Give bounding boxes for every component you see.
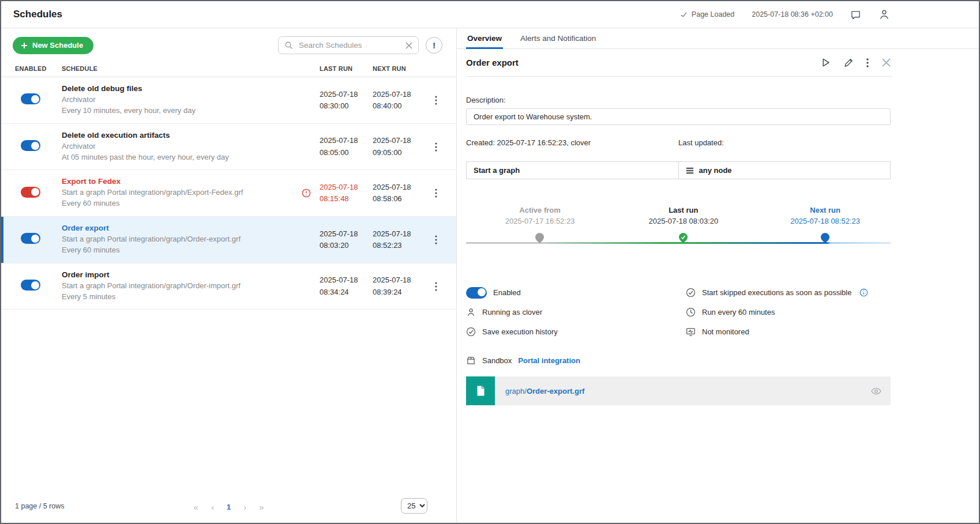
next-run-label-group: Next run 2025-07-18 08:52:23: [790, 206, 860, 225]
last-page-button[interactable]: »: [259, 502, 264, 511]
schedule-recurrence: Every 5 minutes: [62, 292, 320, 303]
clear-search-icon[interactable]: [405, 42, 412, 49]
check-circle-icon: [466, 327, 476, 337]
page-title: Schedules: [13, 9, 62, 20]
schedules-table-header: ENABLED SCHEDULE LAST RUN NEXT RUN: [1, 60, 456, 77]
error-filter-button[interactable]: !: [426, 37, 442, 54]
last-updated-label: Last updated:: [678, 138, 891, 147]
row-menu-icon[interactable]: [431, 280, 441, 293]
top-bar: Schedules Page Loaded 2025-07-18 08:36 +…: [1, 1, 979, 28]
created-info: Created: 2025-07-17 16:52:23, clover: [466, 138, 591, 147]
row-menu-icon[interactable]: [431, 233, 441, 247]
next-run-cell: 2025-07-18 09:05:00: [373, 135, 429, 158]
sandbox-row: Sandbox Portal integration: [466, 356, 892, 365]
previous-page-button[interactable]: ‹: [211, 502, 214, 511]
schedule-recurrence: Every 60 minutes: [62, 245, 320, 256]
page-size-select[interactable]: 25: [401, 498, 427, 514]
server-timestamp: 2025-07-18 08:36 +02:00: [752, 10, 833, 18]
schedule-name: Delete old execution artifacts: [62, 131, 320, 140]
pagination-bar: 1 page / 5 rows « ‹ 1 › » 25: [1, 491, 456, 523]
tab-alerts-notification[interactable]: Alerts and Notification: [519, 28, 597, 48]
new-schedule-label: New Schedule: [32, 41, 83, 50]
last-run-cell: 2025-07-18 08:34:24: [320, 274, 373, 297]
description-field: Order export to Warehouse system.: [466, 108, 891, 125]
schedule-name: Order import: [62, 270, 320, 279]
run-now-button[interactable]: [821, 58, 831, 67]
schedule-enabled-toggle[interactable]: [21, 187, 40, 198]
schedule-row[interactable]: Order export Start a graph Portal integr…: [1, 217, 456, 263]
enabled-flag: Enabled: [466, 286, 686, 299]
schedule-recurrence: At 05 minutes past the hour, every hour,…: [62, 152, 320, 163]
row-menu-icon[interactable]: [431, 93, 441, 107]
tab-overview[interactable]: Overview: [466, 28, 503, 48]
node-select-box[interactable]: any node: [678, 161, 891, 179]
user-icon: [466, 307, 476, 317]
sandbox-icon: [466, 356, 476, 365]
schedule-target: Start a graph Portal integration/graph/O…: [62, 234, 320, 245]
last-run-cell: 2025-07-18 08:05:00: [320, 135, 373, 158]
next-run-cell: 2025-07-18 08:58:06: [373, 182, 429, 205]
schedule-name: Delete old debug files: [62, 84, 320, 93]
running-as-flag: Running as clover: [466, 306, 686, 318]
schedule-target: Start a graph Portal integration/graph/O…: [62, 281, 320, 292]
active-from-marker-icon: [535, 233, 545, 243]
next-page-button[interactable]: ›: [243, 502, 246, 511]
schedule-enabled-toggle[interactable]: [21, 280, 40, 291]
enabled-toggle[interactable]: [466, 287, 487, 299]
row-menu-icon[interactable]: [431, 186, 441, 200]
app-window: Schedules Page Loaded 2025-07-18 08:36 +…: [0, 0, 980, 524]
schedule-row[interactable]: Delete old debug files Archivator Every …: [1, 77, 456, 124]
feedback-icon[interactable]: [850, 9, 861, 20]
schedule-type-value: Start a graph: [474, 166, 520, 175]
user-menu-icon[interactable]: [878, 9, 890, 20]
column-last-run: LAST RUN: [320, 65, 373, 72]
column-schedule: SCHEDULE: [62, 65, 320, 72]
page-loaded-status: Page Loaded: [680, 10, 734, 18]
skipped-executions-flag: Start skipped executions as soon as poss…: [686, 286, 891, 299]
graph-file-path: graph/Order-export.grf: [505, 387, 584, 395]
row-menu-icon[interactable]: [431, 140, 441, 154]
page-summary: 1 page / 5 rows: [15, 502, 64, 510]
last-run-cell: 2025-07-18 08:30:00: [320, 89, 373, 112]
sandbox-label: Sandbox: [482, 356, 512, 365]
monitor-icon: [686, 327, 696, 337]
sandbox-link[interactable]: Portal integration: [518, 356, 580, 365]
first-page-button[interactable]: «: [193, 502, 198, 511]
schedule-row[interactable]: Order import Start a graph Portal integr…: [1, 263, 456, 310]
schedule-recurrence: Every 60 minutes: [62, 198, 320, 209]
enabled-label: Enabled: [493, 288, 521, 297]
edit-button[interactable]: [844, 58, 853, 67]
last-run-cell: 2025-07-18 08:15:48: [320, 182, 373, 205]
info-icon[interactable]: [859, 288, 868, 297]
new-schedule-button[interactable]: New Schedule: [13, 37, 93, 54]
check-icon: [680, 11, 688, 18]
save-history-flag: Save execution history: [466, 326, 686, 338]
active-from-label-group: Active from 2025-07-17 16:52:23: [505, 206, 575, 225]
schedule-row[interactable]: Delete old execution artifacts Archivato…: [1, 124, 456, 171]
next-run-cell: 2025-07-18 08:52:23: [373, 228, 429, 251]
schedule-enabled-toggle[interactable]: [21, 93, 40, 104]
detail-title: Order export: [466, 58, 519, 67]
schedules-toolbar: New Schedule !: [1, 28, 456, 60]
current-page-button[interactable]: 1: [227, 502, 231, 511]
next-run-marker-icon: [821, 233, 830, 243]
graph-file-row[interactable]: graph/Order-export.grf: [466, 376, 891, 405]
node-value: any node: [699, 166, 732, 175]
schedule-name: Export to Fedex: [62, 177, 320, 186]
more-actions-icon[interactable]: [866, 58, 869, 67]
schedule-target: Archivator: [62, 95, 320, 105]
schedule-rows: Delete old debug files Archivator Every …: [1, 77, 456, 310]
schedule-target: Start a graph Portal integration/graph/E…: [62, 187, 320, 198]
schedule-enabled-toggle[interactable]: [21, 233, 40, 244]
column-next-run: NEXT RUN: [373, 65, 429, 72]
schedule-enabled-toggle[interactable]: [21, 140, 40, 151]
eye-icon[interactable]: [871, 387, 881, 395]
last-run-cell: 2025-07-18 08:03:20: [320, 228, 373, 251]
close-detail-icon[interactable]: [882, 58, 891, 67]
schedule-name: Order export: [62, 224, 320, 232]
search-input[interactable]: [298, 40, 401, 50]
graph-file-icon: [466, 376, 495, 405]
schedule-row[interactable]: Export to Fedex Start a graph Portal int…: [1, 170, 456, 217]
description-label: Description:: [466, 96, 892, 104]
column-enabled: ENABLED: [15, 65, 62, 72]
